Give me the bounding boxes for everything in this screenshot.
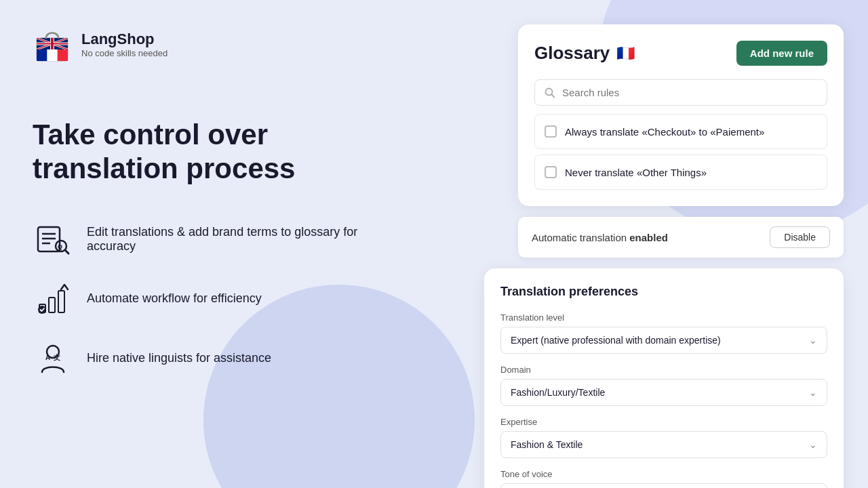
feature-item-workflow: Automate workflow for efficiency [33, 279, 368, 319]
chevron-down-icon-domain: ⌄ [809, 387, 817, 398]
hero-title: Take control over translation process [33, 118, 368, 186]
flag-icon: 🇫🇷 [616, 45, 635, 62]
logo-text-block: LangShop No code skills needed [81, 30, 167, 58]
pref-label-domain: Domain [500, 365, 827, 375]
auto-translation-status-value: enabled [629, 232, 668, 243]
pref-label-translation-level: Translation level [500, 312, 827, 323]
rule-2-checkbox[interactable] [545, 166, 557, 178]
svg-rect-10 [37, 43, 68, 45]
translation-prefs-card: Translation preferences Translation leve… [484, 268, 844, 488]
auto-translation-status: Automatic translation enabled [532, 232, 668, 243]
svg-text:Q: Q [58, 243, 62, 250]
pref-select-expertise[interactable]: Fashion & Textile ⌄ [500, 431, 827, 458]
svg-rect-13 [37, 49, 47, 61]
logo-area: LangShop No code skills needed [33, 24, 368, 64]
pref-label-expertise: Expertise [500, 417, 827, 427]
glossary-header: Glossary 🇫🇷 Add new rule [534, 41, 827, 66]
pref-select-expertise-value: Fashion & Textile [511, 439, 583, 450]
search-icon [545, 87, 555, 98]
add-rule-button[interactable]: Add new rule [736, 41, 827, 66]
chevron-down-icon-level: ⌄ [809, 335, 817, 346]
logo-tagline: No code skills needed [81, 48, 167, 58]
svg-rect-24 [58, 291, 64, 312]
linguist-feature-icon: A 文 [33, 338, 73, 379]
prefs-title: Translation preferences [500, 285, 827, 299]
feature-item-glossary: Q Edit translations & add brand terms to… [33, 219, 368, 260]
pref-select-translation-level[interactable]: Expert (native professional with domain … [500, 327, 827, 354]
glossary-feature-icon: Q [33, 219, 73, 260]
search-input[interactable] [562, 87, 817, 98]
pref-field-tone: Tone of voice [500, 469, 827, 488]
feature-item-linguist: A 文 Hire native linguists for assistance [33, 338, 368, 379]
svg-text:文: 文 [54, 354, 60, 361]
feature-text-glossary: Edit translations & add brand terms to g… [87, 225, 368, 253]
pref-field-domain: Domain Fashion/Luxury/Textile ⌄ [500, 365, 827, 406]
pref-select-domain[interactable]: Fashion/Luxury/Textile ⌄ [500, 379, 827, 406]
rule-1-checkbox[interactable] [545, 125, 557, 138]
logo-name: LangShop [81, 30, 167, 48]
rule-1-text: Always translate «Checkout» to «Paiement… [565, 126, 764, 138]
disable-button[interactable]: Disable [770, 226, 830, 248]
glossary-title-row: Glossary 🇫🇷 [534, 43, 635, 64]
pref-select-translation-level-value: Expert (native professional with domain … [511, 335, 721, 346]
pref-select-domain-value: Fashion/Luxury/Textile [511, 387, 605, 398]
right-panel: Glossary 🇫🇷 Add new rule Always translat… [400, 0, 868, 488]
pref-label-tone: Tone of voice [500, 469, 827, 479]
glossary-card: Glossary 🇫🇷 Add new rule Always translat… [518, 24, 844, 206]
svg-line-30 [552, 94, 555, 97]
features-list: Q Edit translations & add brand terms to… [33, 219, 368, 379]
chevron-down-icon-expertise: ⌄ [809, 439, 817, 450]
glossary-title: Glossary [534, 43, 610, 64]
feature-text-workflow: Automate workflow for efficiency [87, 291, 262, 306]
svg-rect-23 [49, 298, 55, 312]
svg-point-25 [38, 306, 46, 314]
workflow-feature-icon [33, 279, 73, 319]
svg-line-20 [65, 250, 68, 253]
pref-field-translation-level: Translation level Expert (native profess… [500, 312, 827, 354]
rule-item-1: Always translate «Checkout» to «Paiement… [534, 114, 827, 149]
svg-rect-14 [58, 49, 68, 61]
rule-2-text: Never translate «Other Things» [565, 167, 707, 178]
search-box[interactable] [534, 79, 827, 106]
page-container: LangShop No code skills needed Take cont… [0, 0, 868, 488]
left-panel: LangShop No code skills needed Take cont… [0, 0, 400, 488]
auto-translation-bar: Automatic translation enabled Disable [518, 217, 844, 258]
rule-item-2: Never translate «Other Things» [534, 155, 827, 190]
tone-of-voice-input[interactable] [500, 483, 827, 488]
pref-field-expertise: Expertise Fashion & Textile ⌄ [500, 417, 827, 458]
svg-text:A: A [45, 354, 50, 361]
logo-icon [33, 24, 72, 64]
feature-text-linguist: Hire native linguists for assistance [87, 351, 271, 365]
